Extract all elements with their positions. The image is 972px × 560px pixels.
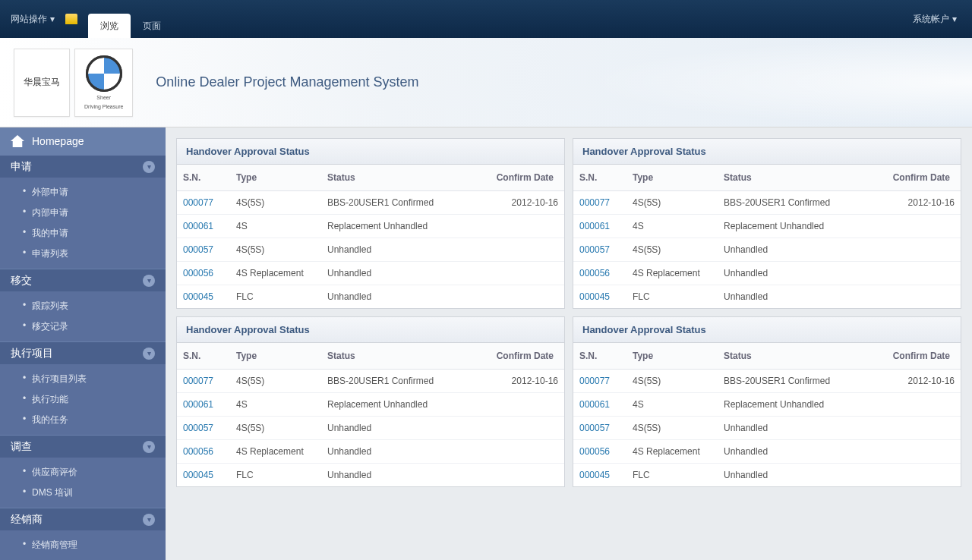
sidebar-section-title: 移交: [11, 274, 32, 288]
sidebar-section: 执行项目▾执行项目列表执行功能我的任务: [0, 341, 166, 435]
sidebar-item[interactable]: 移交记录: [0, 316, 166, 337]
bmw-logo: Sheer Driving Pleasure: [74, 49, 133, 117]
cell-date: [481, 262, 564, 285]
sn-link[interactable]: 000061: [183, 221, 213, 231]
sn-link[interactable]: 000057: [183, 423, 213, 433]
sidebar-item[interactable]: 供应商评价: [0, 462, 166, 483]
chevron-down-icon: ▾: [143, 441, 155, 453]
tab-page[interactable]: 页面: [131, 14, 173, 38]
sn-link[interactable]: 000045: [579, 470, 610, 480]
sidebar-section-header[interactable]: 调查▾: [0, 435, 166, 458]
handover-panel: Handover Approval StatusS.N.TypeStatusCo…: [176, 316, 565, 487]
col-header-sn: S.N.: [573, 343, 626, 370]
sn-link[interactable]: 000045: [579, 291, 610, 302]
sidebar-item[interactable]: 执行项目列表: [0, 369, 166, 389]
col-header-type: Type: [626, 165, 718, 191]
sn-link[interactable]: 000077: [183, 376, 213, 386]
col-header-status: Status: [321, 343, 481, 370]
col-header-date: Confirm Date: [877, 343, 961, 370]
cell-type: 4S Replacement: [230, 262, 321, 285]
cell-date: 2012-10-16: [481, 370, 564, 393]
cell-type: 4S(5S): [626, 191, 718, 215]
folder-icon[interactable]: [65, 14, 77, 24]
sidebar-item[interactable]: 申请列表: [0, 244, 166, 264]
sidebar-item[interactable]: 跟踪列表: [0, 296, 166, 316]
cell-date: [481, 285, 564, 309]
chevron-down-icon: ▾: [143, 514, 155, 526]
sn-link[interactable]: 000045: [183, 291, 213, 302]
cell-status: Unhandled: [718, 417, 877, 440]
sidebar-section: 调查▾供应商评价DMS 培训: [0, 435, 166, 508]
cell-status: Replacement Unhandled: [718, 215, 877, 238]
chevron-down-icon: ▾: [143, 275, 155, 287]
sidebar-home[interactable]: Homepage: [0, 127, 166, 155]
cell-date: [877, 238, 961, 262]
handover-panel: Handover Approval StatusS.N.TypeStatusCo…: [176, 138, 565, 309]
table-row: 0000564S ReplacementUnhandled: [573, 262, 961, 285]
sidebar-section-header[interactable]: 执行项目▾: [0, 341, 166, 364]
sn-link[interactable]: 000061: [579, 221, 610, 231]
table-row: 0000574S(5S)Unhandled: [177, 417, 564, 440]
site-actions-menu[interactable]: 网站操作 ▾: [6, 10, 59, 29]
cell-status: Unhandled: [718, 262, 877, 285]
bmw-tagline1: Sheer: [96, 95, 111, 101]
panel-header: Handover Approval Status: [573, 139, 961, 165]
sn-link[interactable]: 000045: [183, 470, 213, 480]
sidebar-section: 经销商▾经销商管理: [0, 508, 166, 560]
sn-link[interactable]: 000057: [579, 423, 610, 433]
sn-link[interactable]: 000057: [183, 244, 213, 255]
cell-status: Unhandled: [718, 238, 877, 262]
sn-link[interactable]: 000077: [579, 376, 610, 386]
sidebar-section-title: 申请: [11, 160, 32, 174]
page-title: Online Dealer Project Management System: [156, 74, 418, 90]
sn-link[interactable]: 000077: [579, 197, 610, 208]
sidebar-section-header[interactable]: 申请▾: [0, 155, 166, 178]
sidebar-section-header[interactable]: 移交▾: [0, 269, 166, 291]
cell-type: 4S(5S): [230, 370, 321, 393]
sidebar-item[interactable]: DMS 培训: [0, 483, 166, 503]
cell-type: 4S Replacement: [230, 440, 321, 464]
handover-table: S.N.TypeStatusConfirm Date0000774S(5S)BB…: [573, 165, 961, 308]
bmw-icon: [86, 55, 122, 92]
sidebar-item[interactable]: 内部申请: [0, 203, 166, 223]
sn-link[interactable]: 000056: [183, 268, 213, 278]
cell-date: 2012-10-16: [877, 191, 961, 215]
sidebar-item[interactable]: 经销商管理: [0, 535, 166, 555]
topbar: 网站操作 ▾ 浏览 页面 系统帐户 ▾: [0, 0, 972, 38]
sn-link[interactable]: 000057: [579, 244, 610, 255]
sidebar: Homepage 申请▾外部申请内部申请我的申请申请列表移交▾跟踪列表移交记录执…: [0, 127, 166, 560]
home-label: Homepage: [32, 135, 84, 147]
tab-browse[interactable]: 浏览: [88, 14, 131, 38]
sn-link[interactable]: 000077: [183, 197, 213, 208]
main-content: Handover Approval StatusS.N.TypeStatusCo…: [166, 127, 972, 560]
dropdown-icon: ▾: [952, 14, 957, 24]
cell-status: Unhandled: [718, 285, 877, 309]
table-row: 000045FLCUnhandled: [177, 464, 564, 487]
cell-status: Replacement Unhandled: [321, 215, 481, 238]
account-label: 系统帐户: [913, 13, 949, 26]
sn-link[interactable]: 000061: [183, 399, 213, 410]
cell-type: 4S: [626, 215, 718, 238]
panels-grid: Handover Approval StatusS.N.TypeStatusCo…: [176, 138, 961, 487]
cell-type: 4S(5S): [626, 417, 718, 440]
cell-status: Unhandled: [321, 417, 481, 440]
system-account-menu[interactable]: 系统帐户 ▾: [913, 13, 966, 26]
sidebar-item[interactable]: 我的任务: [0, 410, 166, 430]
panel-header: Handover Approval Status: [573, 317, 961, 343]
sn-link[interactable]: 000056: [183, 446, 213, 457]
col-header-status: Status: [718, 343, 877, 370]
cell-type: FLC: [626, 464, 718, 487]
panel-header: Handover Approval Status: [177, 317, 564, 343]
cell-date: 2012-10-16: [481, 191, 564, 215]
sidebar-item[interactable]: 我的申请: [0, 223, 166, 244]
sn-link[interactable]: 000056: [579, 446, 610, 457]
sidebar-item[interactable]: 执行功能: [0, 389, 166, 410]
cell-date: [481, 464, 564, 487]
sn-link[interactable]: 000056: [579, 268, 610, 278]
cell-status: Unhandled: [321, 262, 481, 285]
sidebar-item[interactable]: 外部申请: [0, 182, 166, 203]
sn-link[interactable]: 000061: [579, 399, 610, 410]
bmw-tagline2: Driving Pleasure: [84, 104, 123, 110]
sidebar-section-header[interactable]: 经销商▾: [0, 508, 166, 530]
site-actions-label: 网站操作: [11, 13, 47, 26]
